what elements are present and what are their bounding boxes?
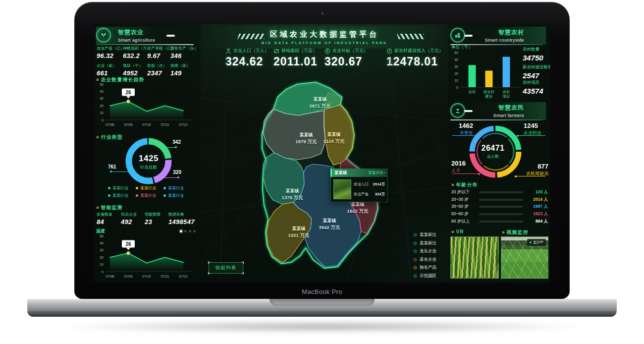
chevron-icon: » xyxy=(96,134,99,140)
chevron-icon: » xyxy=(96,205,99,210)
agri-stat-label: 水产养殖（亿） xyxy=(147,46,170,51)
svg-text:50: 50 xyxy=(454,51,458,55)
trend-line-chart[interactable]: 0102030405007/0807/0907/1007/1107/1226 xyxy=(95,80,197,128)
farmers-callout-talents: 2016 人才 xyxy=(451,160,473,174)
svg-text:农村: 农村 xyxy=(502,90,511,94)
svg-text:07/08: 07/08 xyxy=(106,275,114,278)
countryside-stat: 新农村建设数量 2547 xyxy=(523,64,550,80)
svg-text:10: 10 xyxy=(100,263,104,266)
age-row-value: 2014 人 xyxy=(526,197,548,203)
industry-legend-label: 某某行业 xyxy=(112,193,128,198)
industry-legend-label: 某某行业 xyxy=(112,185,128,191)
map-legend-label: 某某标注 xyxy=(420,232,436,238)
legend-dot-icon xyxy=(414,233,417,236)
svg-text:26: 26 xyxy=(125,90,131,95)
base-notch xyxy=(269,299,375,306)
svg-text:07/08: 07/08 xyxy=(106,123,114,126)
svg-text:0: 0 xyxy=(456,86,458,89)
agri-stat: 招商（家）149 xyxy=(170,63,200,77)
age-bar-track xyxy=(479,206,523,208)
map-legend-label: 驰名产品 xyxy=(420,265,436,271)
svg-text:10: 10 xyxy=(100,111,104,115)
farmers-subtitle: Smart farmers xyxy=(472,113,524,118)
popup-rows: 农业人口2014万农业产值324万 xyxy=(354,179,385,199)
farmers-callout-drivers: 877 农机驾驶员 xyxy=(521,163,548,177)
monitoring-stat-value: 1498547 xyxy=(168,218,201,226)
svg-text:20: 20 xyxy=(100,256,104,259)
legend-dot-icon xyxy=(414,258,417,261)
svg-text:40: 40 xyxy=(454,58,458,61)
age-section-title: »年龄分布 xyxy=(451,181,478,188)
legend-dot-icon xyxy=(136,194,138,197)
age-row-label: 20~30 岁 xyxy=(451,197,476,203)
age-row-value: 864 人 xyxy=(526,219,548,225)
age-row-label: 20 岁以下 xyxy=(451,189,476,195)
svg-text:30: 30 xyxy=(100,97,104,100)
agri-stats-grid: 农业产值（亿）96.32种植面积（万）632.2水产养殖（亿）9.67畜牧生产（… xyxy=(97,46,200,77)
popup-stat-row: 农业人口2014万 xyxy=(354,182,385,187)
age-row: 30~50 岁1987 人 xyxy=(451,203,548,211)
industry-legend-item: 某某行业 xyxy=(108,185,136,191)
svg-text:新农村: 新农村 xyxy=(483,90,495,94)
map-legend-label: 示范园区 xyxy=(420,273,436,279)
live-dot-icon xyxy=(530,241,532,243)
svg-text:0: 0 xyxy=(102,118,104,122)
svg-text:项目: 项目 xyxy=(503,94,510,99)
agri-stat: 双创（次）2347 xyxy=(147,63,170,77)
svg-text:30: 30 xyxy=(454,65,458,68)
map-legend-label: 著名企业 xyxy=(420,257,436,263)
industry-legend-label: 某某行业 xyxy=(168,185,184,191)
agri-stat-value: 661 xyxy=(97,69,123,77)
industry-legend-label: 某某行业 xyxy=(168,193,184,198)
agri-stat-value: 149 xyxy=(170,69,200,77)
svg-text:30: 30 xyxy=(100,248,104,252)
popup-stat-row: 农业产值324万 xyxy=(354,192,385,197)
video-title-text: 视频监控 xyxy=(507,229,529,235)
town-detail-popup[interactable]: 某某镇 查看详情 › 农业人口2014万农业产值324万 xyxy=(330,169,388,202)
monitoring-stat-label: 试点企业 xyxy=(121,212,145,217)
monitoring-stat: 智能预警23 xyxy=(145,212,168,226)
age-bar-track xyxy=(479,191,523,193)
legend-dot-icon xyxy=(414,242,417,245)
age-row: 50~60 岁1623 人 xyxy=(451,211,548,218)
popup-body: 农业人口2014万农业产值324万 xyxy=(330,177,388,202)
vr-preview-image[interactable] xyxy=(450,236,499,279)
legend-dot-icon xyxy=(163,187,166,189)
age-bar-track xyxy=(479,221,523,223)
svg-text:农村: 农村 xyxy=(468,90,477,94)
popup-detail-link[interactable]: 查看详情 › xyxy=(368,171,385,175)
collapse-list-button[interactable]: 收起列表 xyxy=(209,262,243,274)
popup-stat-value: 324万 xyxy=(375,192,385,197)
left-panel-header: 智慧农业 Smart agriculture xyxy=(96,27,197,45)
farmers-total-value: 26471 xyxy=(468,144,518,153)
webcam-icon xyxy=(321,12,324,15)
svg-text:0: 0 xyxy=(102,270,104,274)
countryside-header: 智慧农村 Smart countryside xyxy=(450,27,546,45)
svg-text:07/11: 07/11 xyxy=(161,123,169,126)
legend-dot-icon xyxy=(163,194,166,197)
age-row-value: 1623 人 xyxy=(526,211,548,217)
svg-text:26: 26 xyxy=(125,241,131,247)
agri-stat: 农业产值（亿）96.32 xyxy=(97,46,123,59)
svg-text:建设: 建设 xyxy=(485,94,493,99)
popup-stat-value: 2014万 xyxy=(373,182,385,187)
popup-stat-label: 农业人口 xyxy=(354,182,369,187)
monitoring-title-text: 智能监测 xyxy=(101,205,123,210)
agri-stat-value: 632.2 xyxy=(123,52,147,59)
countryside-bar-chart[interactable]: 01020304050农村新农村建设农村项目 xyxy=(448,48,523,103)
district-map[interactable] xyxy=(198,24,448,283)
left-panel: 智慧农业 Smart agriculture 农业产值（亿）96.32种植面积（… xyxy=(94,24,201,283)
map-legend-item: 某某标注 xyxy=(414,240,436,246)
age-row-value: 1987 人 xyxy=(526,204,548,210)
temperature-line-chart[interactable]: 0102030405007/0807/0907/1007/1107/1226 xyxy=(95,232,197,280)
countryside-stat: 农村数量 34750 xyxy=(523,47,543,62)
monitoring-stat: 设备数量84 xyxy=(97,212,121,226)
video-monitor-feed[interactable]: 监控中 xyxy=(501,236,548,279)
age-row: 20 岁以下123 人 xyxy=(451,189,548,196)
laptop-lid: 智慧农业 Smart agriculture 农业产值（亿）96.32种植面积（… xyxy=(74,2,570,299)
legend-dot-icon xyxy=(414,266,417,269)
agri-stat-value: 9.67 xyxy=(147,52,170,59)
macbook-brand-label: MacBook Pro xyxy=(74,288,570,295)
countryside-subtitle: Smart countryside xyxy=(472,38,524,43)
age-row-label: 50~60 岁 xyxy=(451,211,476,217)
